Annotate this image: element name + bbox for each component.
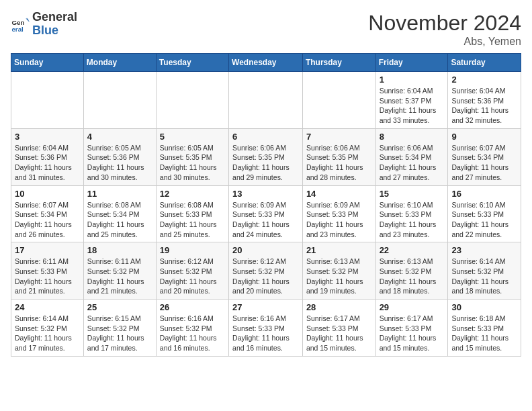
calendar-cell: 25Sunrise: 6:15 AM Sunset: 5:32 PM Dayli… bbox=[83, 300, 156, 357]
day-info: Sunrise: 6:08 AM Sunset: 5:33 PM Dayligh… bbox=[160, 200, 225, 240]
weekday-header-wednesday: Wednesday bbox=[229, 54, 303, 72]
calendar-cell bbox=[83, 72, 156, 129]
day-info: Sunrise: 6:12 AM Sunset: 5:32 PM Dayligh… bbox=[232, 257, 299, 296]
calendar-cell: 26Sunrise: 6:16 AM Sunset: 5:32 PM Dayli… bbox=[156, 300, 228, 357]
day-number: 10 bbox=[15, 189, 80, 199]
day-number: 26 bbox=[160, 302, 225, 312]
day-info: Sunrise: 6:04 AM Sunset: 5:37 PM Dayligh… bbox=[380, 86, 445, 126]
calendar-week-row: 3Sunrise: 6:04 AM Sunset: 5:36 PM Daylig… bbox=[11, 128, 521, 185]
calendar-cell: 1Sunrise: 6:04 AM Sunset: 5:37 PM Daylig… bbox=[375, 72, 448, 129]
day-info: Sunrise: 6:04 AM Sunset: 5:36 PM Dayligh… bbox=[15, 143, 80, 183]
month-year-title: November 2024 bbox=[368, 11, 521, 36]
calendar-cell bbox=[302, 72, 375, 129]
calendar-cell: 7Sunrise: 6:06 AM Sunset: 5:35 PM Daylig… bbox=[302, 128, 375, 185]
calendar-cell: 24Sunrise: 6:14 AM Sunset: 5:32 PM Dayli… bbox=[11, 300, 84, 357]
weekday-header-friday: Friday bbox=[375, 54, 448, 72]
logo-blue-text: Blue bbox=[32, 24, 58, 37]
calendar-cell: 15Sunrise: 6:10 AM Sunset: 5:33 PM Dayli… bbox=[375, 185, 448, 242]
calendar-cell: 11Sunrise: 6:08 AM Sunset: 5:34 PM Dayli… bbox=[83, 185, 156, 242]
day-number: 9 bbox=[451, 132, 517, 142]
day-info: Sunrise: 6:13 AM Sunset: 5:32 PM Dayligh… bbox=[380, 257, 445, 296]
calendar-cell: 27Sunrise: 6:16 AM Sunset: 5:33 PM Dayli… bbox=[229, 300, 303, 357]
calendar-cell: 10Sunrise: 6:07 AM Sunset: 5:34 PM Dayli… bbox=[11, 185, 84, 242]
day-info: Sunrise: 6:10 AM Sunset: 5:33 PM Dayligh… bbox=[380, 200, 445, 240]
day-info: Sunrise: 6:14 AM Sunset: 5:32 PM Dayligh… bbox=[15, 314, 80, 353]
calendar-cell: 28Sunrise: 6:17 AM Sunset: 5:33 PM Dayli… bbox=[302, 300, 375, 357]
day-number: 24 bbox=[15, 302, 80, 312]
calendar-cell: 16Sunrise: 6:10 AM Sunset: 5:33 PM Dayli… bbox=[448, 185, 521, 242]
day-info: Sunrise: 6:08 AM Sunset: 5:34 PM Dayligh… bbox=[87, 200, 152, 240]
calendar-week-row: 1Sunrise: 6:04 AM Sunset: 5:37 PM Daylig… bbox=[11, 72, 521, 129]
day-info: Sunrise: 6:09 AM Sunset: 5:33 PM Dayligh… bbox=[232, 200, 299, 240]
day-number: 21 bbox=[306, 245, 372, 255]
svg-marker-2 bbox=[26, 18, 30, 22]
title-area: November 2024 Abs, Yemen bbox=[368, 11, 521, 48]
day-number: 23 bbox=[451, 245, 517, 255]
day-number: 15 bbox=[380, 189, 445, 199]
calendar-cell: 29Sunrise: 6:17 AM Sunset: 5:33 PM Dayli… bbox=[375, 300, 448, 357]
day-info: Sunrise: 6:06 AM Sunset: 5:35 PM Dayligh… bbox=[232, 143, 299, 183]
calendar-cell: 6Sunrise: 6:06 AM Sunset: 5:35 PM Daylig… bbox=[229, 128, 303, 185]
calendar-cell: 30Sunrise: 6:18 AM Sunset: 5:33 PM Dayli… bbox=[448, 300, 521, 357]
weekday-header-sunday: Sunday bbox=[11, 54, 84, 72]
svg-text:eral: eral bbox=[11, 26, 24, 33]
calendar-cell: 18Sunrise: 6:11 AM Sunset: 5:32 PM Dayli… bbox=[83, 242, 156, 300]
day-info: Sunrise: 6:18 AM Sunset: 5:33 PM Dayligh… bbox=[451, 314, 517, 353]
logo-general-text: General bbox=[32, 10, 77, 24]
page-header: Gen eral General Blue November 2024 Abs,… bbox=[11, 11, 521, 48]
day-number: 7 bbox=[306, 132, 372, 142]
day-info: Sunrise: 6:15 AM Sunset: 5:32 PM Dayligh… bbox=[87, 314, 152, 353]
calendar-cell: 19Sunrise: 6:12 AM Sunset: 5:32 PM Dayli… bbox=[156, 242, 228, 300]
day-number: 19 bbox=[160, 245, 225, 255]
day-info: Sunrise: 6:14 AM Sunset: 5:32 PM Dayligh… bbox=[451, 257, 517, 296]
calendar-cell: 8Sunrise: 6:06 AM Sunset: 5:34 PM Daylig… bbox=[375, 128, 448, 185]
day-info: Sunrise: 6:09 AM Sunset: 5:33 PM Dayligh… bbox=[306, 200, 372, 240]
day-info: Sunrise: 6:17 AM Sunset: 5:33 PM Dayligh… bbox=[306, 314, 372, 353]
logo: Gen eral General Blue bbox=[11, 11, 77, 38]
day-info: Sunrise: 6:07 AM Sunset: 5:34 PM Dayligh… bbox=[451, 143, 517, 183]
calendar-week-row: 24Sunrise: 6:14 AM Sunset: 5:32 PM Dayli… bbox=[11, 300, 521, 357]
weekday-header-saturday: Saturday bbox=[448, 54, 521, 72]
weekday-header-row: SundayMondayTuesdayWednesdayThursdayFrid… bbox=[11, 54, 521, 72]
day-info: Sunrise: 6:06 AM Sunset: 5:35 PM Dayligh… bbox=[306, 143, 372, 183]
day-info: Sunrise: 6:06 AM Sunset: 5:34 PM Dayligh… bbox=[380, 143, 445, 183]
calendar-cell: 5Sunrise: 6:05 AM Sunset: 5:35 PM Daylig… bbox=[156, 128, 228, 185]
day-number: 12 bbox=[160, 189, 225, 199]
calendar-cell: 12Sunrise: 6:08 AM Sunset: 5:33 PM Dayli… bbox=[156, 185, 228, 242]
day-number: 29 bbox=[380, 302, 445, 312]
day-number: 16 bbox=[451, 189, 517, 199]
calendar-cell: 3Sunrise: 6:04 AM Sunset: 5:36 PM Daylig… bbox=[11, 128, 84, 185]
calendar-cell bbox=[229, 72, 303, 129]
weekday-header-tuesday: Tuesday bbox=[156, 54, 228, 72]
calendar-cell: 2Sunrise: 6:04 AM Sunset: 5:36 PM Daylig… bbox=[448, 72, 521, 129]
calendar-cell: 13Sunrise: 6:09 AM Sunset: 5:33 PM Dayli… bbox=[229, 185, 303, 242]
weekday-header-monday: Monday bbox=[83, 54, 156, 72]
day-number: 4 bbox=[87, 132, 152, 142]
day-info: Sunrise: 6:05 AM Sunset: 5:36 PM Dayligh… bbox=[87, 143, 152, 183]
day-number: 22 bbox=[380, 245, 445, 255]
calendar-cell: 20Sunrise: 6:12 AM Sunset: 5:32 PM Dayli… bbox=[229, 242, 303, 300]
calendar-week-row: 17Sunrise: 6:11 AM Sunset: 5:33 PM Dayli… bbox=[11, 242, 521, 300]
logo-icon: Gen eral bbox=[11, 15, 30, 34]
day-number: 1 bbox=[380, 75, 445, 85]
calendar-cell: 22Sunrise: 6:13 AM Sunset: 5:32 PM Dayli… bbox=[375, 242, 448, 300]
day-number: 30 bbox=[451, 302, 517, 312]
calendar-cell: 17Sunrise: 6:11 AM Sunset: 5:33 PM Dayli… bbox=[11, 242, 84, 300]
calendar-table: SundayMondayTuesdayWednesdayThursdayFrid… bbox=[11, 53, 521, 357]
day-number: 13 bbox=[232, 189, 299, 199]
day-number: 17 bbox=[15, 245, 80, 255]
day-info: Sunrise: 6:16 AM Sunset: 5:32 PM Dayligh… bbox=[160, 314, 225, 353]
calendar-cell: 4Sunrise: 6:05 AM Sunset: 5:36 PM Daylig… bbox=[83, 128, 156, 185]
day-number: 27 bbox=[232, 302, 299, 312]
calendar-cell: 23Sunrise: 6:14 AM Sunset: 5:32 PM Dayli… bbox=[448, 242, 521, 300]
day-number: 14 bbox=[306, 189, 372, 199]
day-info: Sunrise: 6:05 AM Sunset: 5:35 PM Dayligh… bbox=[160, 143, 225, 183]
day-number: 8 bbox=[380, 132, 445, 142]
day-number: 20 bbox=[232, 245, 299, 255]
weekday-header-thursday: Thursday bbox=[302, 54, 375, 72]
calendar-cell: 14Sunrise: 6:09 AM Sunset: 5:33 PM Dayli… bbox=[302, 185, 375, 242]
day-info: Sunrise: 6:11 AM Sunset: 5:32 PM Dayligh… bbox=[87, 257, 152, 296]
calendar-cell bbox=[11, 72, 84, 129]
day-number: 28 bbox=[306, 302, 372, 312]
day-number: 5 bbox=[160, 132, 225, 142]
